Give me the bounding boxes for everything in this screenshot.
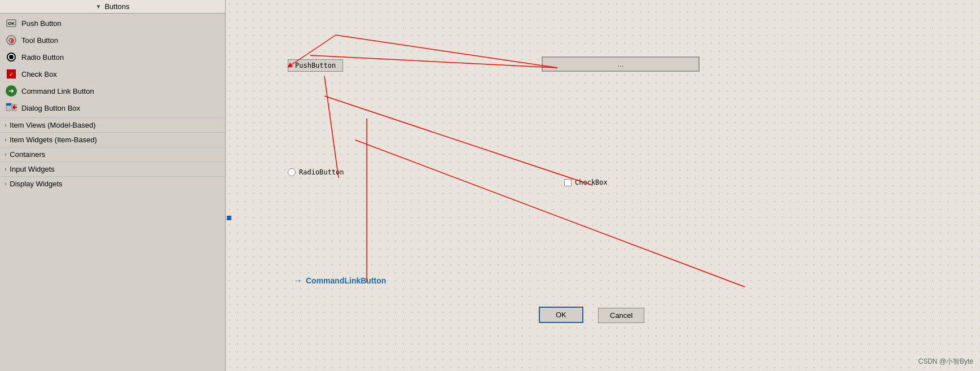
section-item-views-label: Item Views (Model-Based) — [10, 121, 95, 129]
check-box-icon: ✓ — [7, 69, 16, 78]
widget-commandlinkbutton[interactable]: → CommandLinkButton — [293, 276, 386, 286]
chevron-item-views-icon: › — [5, 122, 6, 128]
list-item-check-box[interactable]: ✓ Check Box — [0, 66, 225, 82]
svg-line-12 — [324, 96, 592, 185]
svg-line-14 — [355, 140, 745, 287]
check-box-icon-wrapper: ✓ — [6, 68, 17, 80]
dots-label: ... — [618, 60, 624, 68]
widget-dots[interactable]: ... — [542, 56, 700, 72]
push-button-icon-wrapper: OK — [6, 18, 17, 29]
list-item-command-link-button[interactable]: ➜ Command Link Button — [0, 82, 225, 99]
widget-pushbutton[interactable]: PushButton — [288, 59, 343, 72]
svg-line-10 — [310, 55, 557, 68]
radio-button-label: Radio Button — [21, 53, 64, 62]
section-item-widgets[interactable]: › Item Widgets (Item-Based) — [0, 132, 225, 147]
chevron-containers-icon: › — [5, 151, 6, 158]
right-panel: PushButton ... RadioButton CheckBox → Co… — [226, 0, 980, 371]
section-input-widgets[interactable]: › Input Widgets — [0, 162, 225, 176]
widget-checkbox[interactable]: CheckBox — [564, 178, 608, 186]
buttons-list: OK Push Button T Tool Button — [0, 14, 225, 117]
commandlink-arrow-icon: → — [293, 276, 302, 286]
commandlinkbutton-label: CommandLinkButton — [306, 276, 386, 285]
tool-button-label: Tool Button — [21, 36, 58, 45]
section-display-widgets[interactable]: › Display Widgets — [0, 176, 225, 191]
section-containers-label: Containers — [10, 150, 45, 159]
buttons-header-label: Buttons — [104, 2, 129, 11]
list-item-push-button[interactable]: OK Push Button — [0, 15, 225, 32]
chevron-input-widgets-icon: › — [5, 166, 6, 172]
radio-button-icon-wrapper — [6, 51, 17, 63]
section-input-widgets-label: Input Widgets — [10, 165, 55, 173]
section-display-widgets-label: Display Widgets — [10, 180, 62, 188]
cancel-label: Cancel — [610, 311, 632, 320]
dialog-button-box-label: Dialog Button Box — [21, 104, 80, 112]
ok-label: OK — [556, 311, 566, 319]
svg-text:T: T — [9, 38, 12, 43]
main-container: ▼ Buttons OK Push Button T — [0, 0, 980, 371]
widget-cancel-button[interactable]: Cancel — [598, 308, 644, 323]
tool-button-icon-wrapper: T — [6, 34, 17, 46]
section-containers[interactable]: › Containers — [0, 147, 225, 162]
svg-line-9 — [336, 35, 557, 68]
collapse-arrow-icon: ▼ — [96, 3, 102, 10]
chevron-item-widgets-icon: › — [5, 137, 6, 143]
watermark: CSDN @小智Byte — [918, 357, 973, 366]
pushbutton-label: PushButton — [295, 62, 336, 69]
dialog-button-box-icon-wrapper — [6, 102, 17, 114]
svg-line-11 — [324, 76, 339, 178]
list-item-dialog-button-box[interactable]: Dialog Button Box — [0, 99, 225, 116]
list-item-tool-button[interactable]: T Tool Button — [0, 32, 225, 49]
command-link-button-label: Command Link Button — [21, 87, 94, 95]
radio-circle-icon — [288, 168, 296, 176]
command-link-button-icon-wrapper: ➜ — [6, 85, 17, 97]
push-button-icon: OK — [6, 19, 16, 27]
small-square-marker — [227, 216, 231, 220]
checkbox-square-icon — [564, 179, 572, 186]
svg-rect-3 — [6, 103, 11, 106]
tool-button-icon: T — [6, 34, 17, 46]
buttons-group-header[interactable]: ▼ Buttons — [0, 0, 225, 14]
radio-button-icon — [7, 53, 16, 62]
chevron-display-widgets-icon: › — [5, 181, 6, 187]
push-button-label: Push Button — [21, 19, 61, 28]
list-item-radio-button[interactable]: Radio Button — [0, 49, 225, 66]
checkbox-label: CheckBox — [575, 178, 608, 186]
widget-radiobutton[interactable]: RadioButton — [288, 168, 344, 176]
command-link-button-icon: ➜ — [6, 85, 17, 97]
dialog-button-box-icon — [6, 103, 17, 113]
section-item-widgets-label: Item Widgets (Item-Based) — [10, 136, 97, 144]
widget-ok-button[interactable]: OK — [539, 307, 583, 323]
radiobutton-label: RadioButton — [299, 168, 344, 176]
check-box-label: Check Box — [21, 70, 57, 78]
left-panel: ▼ Buttons OK Push Button T — [0, 0, 226, 371]
section-item-views[interactable]: › Item Views (Model-Based) — [0, 117, 225, 132]
